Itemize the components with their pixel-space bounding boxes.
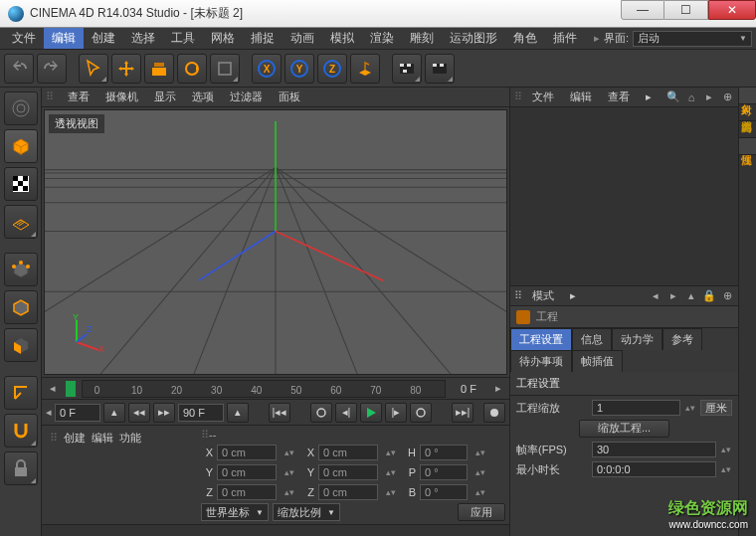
attr-tab-todo[interactable]: 待办事项	[510, 350, 572, 372]
pos-z-field[interactable]: 0 cm	[217, 484, 277, 500]
size-x-field[interactable]: 0 cm	[318, 445, 378, 460]
forward-end-button[interactable]: ▸▸|	[452, 403, 473, 423]
attr-tab-info[interactable]: 信息	[572, 328, 612, 350]
lock-icon[interactable]: 🔒	[702, 289, 716, 302]
spin-up2-icon[interactable]: ▴	[227, 403, 249, 423]
vp-menu-view[interactable]: 查看	[62, 89, 95, 105]
nav-fwd-icon[interactable]: ▸	[666, 289, 680, 302]
menu-select[interactable]: 选择	[123, 28, 163, 49]
timeline-playhead[interactable]	[66, 381, 76, 397]
object-tree[interactable]	[510, 107, 738, 285]
new-icon[interactable]: ⊕	[720, 289, 734, 302]
add-icon[interactable]: ⊕	[720, 90, 734, 103]
snap-button[interactable]	[4, 414, 38, 447]
rotate-tool-button[interactable]	[177, 54, 207, 84]
point-mode-button[interactable]	[4, 253, 38, 286]
minimize-button[interactable]: —	[621, 0, 664, 20]
goto-start-button[interactable]: ◂◂	[128, 403, 150, 423]
undo-button[interactable]	[4, 54, 34, 84]
menu-mograph[interactable]: 运动图形	[442, 28, 505, 49]
menu-render[interactable]: 渲染	[362, 28, 402, 49]
mat-menu-edit[interactable]: 编辑	[92, 431, 113, 446]
attr-mode-arrow[interactable]: ▸	[564, 288, 582, 303]
end-frame-field[interactable]: 90 F	[178, 404, 224, 422]
vp-menu-camera[interactable]: 摄像机	[99, 89, 144, 105]
menu-mesh[interactable]: 网格	[203, 28, 243, 49]
attr-tab-project[interactable]: 工程设置	[510, 328, 572, 350]
scale-unit[interactable]: 厘米	[700, 400, 732, 416]
play-button[interactable]	[360, 403, 382, 423]
coord-space-select[interactable]: 世界坐标▼	[201, 503, 269, 521]
menu-character[interactable]: 角色	[505, 28, 545, 49]
perspective-viewport[interactable]: 透视视图 Y X Z	[44, 109, 507, 375]
texture-mode-button[interactable]	[4, 167, 38, 201]
spin-icon[interactable]: ▴▾	[684, 403, 696, 413]
attr-tab-ref[interactable]: 参考	[662, 328, 702, 350]
pos-y-field[interactable]: 0 cm	[217, 464, 277, 480]
recent-tool-button[interactable]	[210, 54, 240, 84]
scale-tool-button[interactable]	[144, 54, 174, 84]
size-z-field[interactable]: 0 cm	[318, 484, 378, 500]
layout-selector[interactable]: 启动 ▼	[633, 31, 752, 47]
mat-menu-create[interactable]: 创建	[64, 431, 86, 446]
edge-mode-button[interactable]	[4, 290, 38, 324]
axis-x-button[interactable]: X	[252, 54, 282, 84]
home-icon[interactable]: ⌂	[684, 91, 698, 103]
coord-system-button[interactable]	[350, 54, 380, 84]
attr-tab-interp[interactable]: 帧插值	[572, 350, 623, 372]
size-y-field[interactable]: 0 cm	[318, 464, 378, 480]
eye-icon[interactable]: ▸	[702, 90, 716, 103]
spin-icon[interactable]: ▴▾	[720, 464, 732, 474]
timeline-prev-icon[interactable]: ◂	[46, 382, 60, 395]
menu-simulate[interactable]: 模拟	[322, 28, 362, 49]
axis-y-button[interactable]: Y	[284, 54, 314, 84]
timeline-next-icon[interactable]: ▸	[491, 382, 505, 395]
rtab-objects[interactable]: 对象	[739, 88, 756, 104]
close-button[interactable]: ✕	[708, 0, 756, 20]
menu-file[interactable]: 文件	[4, 28, 44, 49]
model-mode-button[interactable]	[4, 129, 38, 163]
start-frame-field[interactable]: 0 F	[55, 404, 100, 422]
menu-animate[interactable]: 动画	[283, 28, 322, 49]
rtab-structure[interactable]: 构造	[739, 121, 756, 138]
attr-tab-dynamics[interactable]: 动力学	[612, 328, 662, 350]
spin-up-icon[interactable]: ▴	[103, 403, 125, 423]
step-fwd-button[interactable]: |▸	[385, 403, 407, 423]
timeline-track[interactable]: 0 10 20 30 40 50 60 70 80	[82, 380, 446, 398]
select-tool-button[interactable]	[79, 54, 108, 84]
nav-up-icon[interactable]: ▴	[684, 289, 698, 302]
polygon-mode-button[interactable]	[4, 328, 38, 362]
obj-menu-file[interactable]: 文件	[526, 89, 560, 105]
apply-button[interactable]: 应用	[458, 503, 505, 521]
menu-plugins[interactable]: 插件	[545, 28, 585, 49]
axis-z-button[interactable]: Z	[317, 54, 347, 84]
render-settings-button[interactable]	[392, 54, 422, 84]
rewind-button[interactable]: |◂◂	[269, 403, 290, 423]
attr-mode-menu[interactable]: 模式	[526, 287, 560, 304]
pos-x-field[interactable]: 0 cm	[217, 445, 277, 460]
menu-edit[interactable]: 编辑	[44, 28, 84, 49]
rot-h-field[interactable]: 0 °	[420, 445, 468, 460]
nav-back-icon[interactable]: ◂	[649, 289, 662, 302]
spin-icon[interactable]: ▴▾	[281, 447, 298, 457]
axis-tool-button[interactable]	[4, 376, 38, 410]
workplane-button[interactable]	[4, 205, 38, 239]
scale-mode-select[interactable]: 缩放比例▼	[273, 503, 340, 521]
mat-menu-func[interactable]: 功能	[119, 431, 141, 446]
fps-field[interactable]: 30	[592, 442, 716, 457]
rtab-attributes[interactable]: 属性	[739, 138, 756, 155]
menu-snap[interactable]: 捕捉	[243, 28, 283, 49]
mintime-field[interactable]: 0:0:0:0	[592, 461, 716, 477]
redo-button[interactable]	[37, 54, 67, 84]
lock-button[interactable]	[4, 451, 38, 485]
spin-icon[interactable]: ▴▾	[720, 445, 732, 454]
obj-menu-view[interactable]: 查看	[602, 89, 636, 105]
rtab-content[interactable]: 内容浏览器	[739, 104, 756, 121]
record-button[interactable]	[410, 403, 432, 423]
range-prev-icon[interactable]: ◂	[46, 406, 52, 419]
make-editable-button[interactable]	[4, 91, 38, 125]
loop-button[interactable]	[310, 403, 332, 423]
menu-tools[interactable]: 工具	[163, 28, 203, 49]
move-tool-button[interactable]	[111, 54, 141, 84]
scale-project-button[interactable]: 缩放工程...	[579, 420, 669, 438]
